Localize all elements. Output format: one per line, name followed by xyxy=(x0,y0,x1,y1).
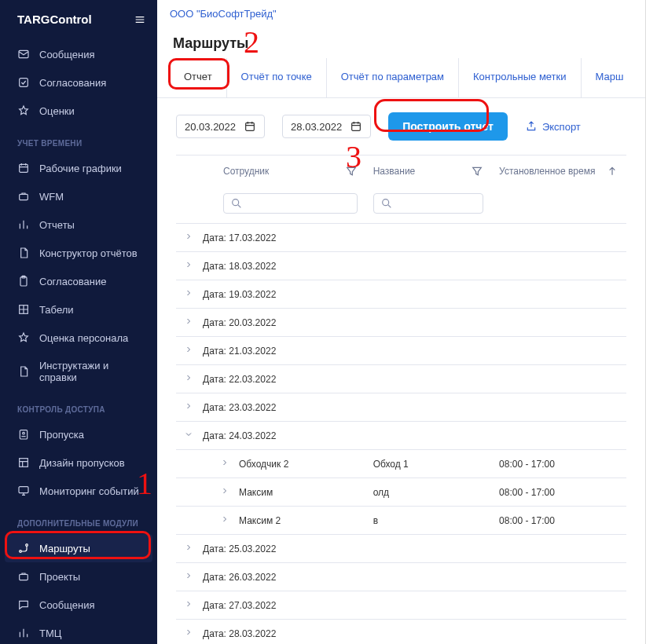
table-group-row[interactable]: Дата: 21.03.2022 xyxy=(176,337,626,365)
chevron-right-icon xyxy=(184,345,193,354)
envelope-icon xyxy=(17,48,30,60)
col-title[interactable]: Название xyxy=(365,156,491,188)
svg-point-16 xyxy=(233,199,239,206)
sidebar-item-label: Проекты xyxy=(39,571,80,583)
table-row[interactable]: Максимолд08:00 - 17:00 xyxy=(176,478,626,507)
tab[interactable]: Марш xyxy=(582,58,638,97)
search-title[interactable] xyxy=(373,193,483,214)
table-group-row[interactable]: Дата: 17.03.2022 xyxy=(176,224,626,252)
chat-icon xyxy=(17,598,30,611)
sidebar-item[interactable]: Конструктор отчётов xyxy=(0,239,157,267)
sidebar-item[interactable]: Маршруты xyxy=(5,534,152,562)
svg-rect-13 xyxy=(20,574,28,580)
sidebar-item[interactable]: WFM xyxy=(0,182,157,210)
cell-title: олд xyxy=(365,478,491,507)
date-to-field[interactable]: 28.03.2022 xyxy=(282,115,371,138)
sidebar-item-label: Оценки xyxy=(39,105,75,117)
sidebar-item-label: Рабочие графики xyxy=(39,163,122,174)
tab[interactable]: Отчёт по точке xyxy=(227,58,326,97)
group-label: Дата: 26.03.2022 xyxy=(203,572,276,583)
table-group-row[interactable]: Дата: 23.03.2022 xyxy=(176,393,626,422)
table-row[interactable]: Обходчик 2Обход 108:00 - 17:00 xyxy=(176,450,626,478)
build-report-button[interactable]: Построить отчет xyxy=(388,112,508,141)
table-group-row[interactable]: Дата: 18.03.2022 xyxy=(176,252,626,280)
sidebar-item[interactable]: Оценки xyxy=(0,97,157,125)
sidebar-item-label: ТМЦ xyxy=(39,628,61,639)
chevron-right-icon xyxy=(184,599,193,609)
sidebar-item[interactable]: Сообщения xyxy=(0,591,157,619)
filter-icon[interactable] xyxy=(471,165,483,177)
search-employee[interactable] xyxy=(223,193,358,214)
svg-rect-10 xyxy=(19,487,28,493)
sidebar-section-title: УЧЕТ ВРЕМЕНИ xyxy=(0,125,157,154)
company-name[interactable]: ООО "БиоСофтТрейд" xyxy=(157,0,645,27)
sort-asc-icon[interactable] xyxy=(606,165,618,177)
sidebar: TARGControl СообщенияСогласованияОценкиУ… xyxy=(0,0,157,644)
sidebar-item[interactable]: Согласования xyxy=(0,68,157,97)
sidebar-item[interactable]: Проекты xyxy=(0,562,157,591)
main: ООО "БиоСофтТрейд" Маршруты ОтчетОтчёт п… xyxy=(157,0,646,644)
sidebar-item[interactable]: Отчеты xyxy=(0,210,157,239)
chevron-right-icon xyxy=(184,373,193,382)
sidebar-item[interactable]: Дизайн пропусков xyxy=(0,448,157,477)
menu-icon[interactable] xyxy=(134,13,146,26)
chevron-right-icon xyxy=(184,401,193,411)
table-group-row[interactable]: Дата: 28.03.2022 xyxy=(176,620,626,645)
sidebar-item-label: Табели xyxy=(39,304,74,316)
doc-icon xyxy=(17,247,30,259)
date-from-value: 20.03.2022 xyxy=(185,121,236,133)
table-group-row[interactable]: Дата: 24.03.2022 xyxy=(176,422,626,450)
group-label: Дата: 17.03.2022 xyxy=(203,232,276,243)
sidebar-item[interactable]: Оценка персонала xyxy=(0,324,157,352)
table-group-row[interactable]: Дата: 25.03.2022 xyxy=(176,535,626,563)
sidebar-item[interactable]: Инструктажи и справки xyxy=(0,352,157,391)
export-button[interactable]: Экспорт xyxy=(525,120,581,133)
table-group-row[interactable]: Дата: 19.03.2022 xyxy=(176,280,626,309)
sidebar-item[interactable]: Согласование xyxy=(0,267,157,295)
export-label: Экспорт xyxy=(542,121,581,133)
table-row[interactable]: Максим 2в08:00 - 17:00 xyxy=(176,507,626,535)
tabs: ОтчетОтчёт по точкеОтчёт по параметрамКо… xyxy=(157,58,645,98)
table-group-row[interactable]: Дата: 26.03.2022 xyxy=(176,563,626,591)
col-time[interactable]: Установленное время xyxy=(491,156,626,188)
tab[interactable]: Отчёт по параметрам xyxy=(327,58,458,97)
tab[interactable]: Контрольные метки xyxy=(459,58,580,97)
date-from-field[interactable]: 20.03.2022 xyxy=(176,115,265,138)
tab[interactable]: Отчет xyxy=(170,58,226,97)
table-group-row[interactable]: Дата: 22.03.2022 xyxy=(176,365,626,393)
page-title: Маршруты xyxy=(157,27,645,53)
sidebar-item[interactable]: Табели xyxy=(0,295,157,324)
group-label: Дата: 21.03.2022 xyxy=(203,346,276,357)
sidebar-item[interactable]: Рабочие графики xyxy=(0,154,157,182)
clipboard-icon xyxy=(17,275,30,287)
table-group-row[interactable]: Дата: 20.03.2022 xyxy=(176,309,626,337)
check-icon xyxy=(17,76,30,89)
chevron-right-icon xyxy=(220,458,229,467)
sidebar-item-label: Согласование xyxy=(39,276,106,287)
sidebar-section-title: КОНТРОЛЬ ДОСТУПА xyxy=(0,391,157,420)
group-label: Дата: 18.03.2022 xyxy=(203,261,276,272)
svg-rect-2 xyxy=(20,164,28,172)
search-title-input[interactable] xyxy=(398,198,476,209)
table-group-row[interactable]: Дата: 27.03.2022 xyxy=(176,591,626,620)
sidebar-item[interactable]: Пропуска xyxy=(0,420,157,448)
svg-point-12 xyxy=(26,544,28,547)
sidebar-item[interactable]: Сообщения xyxy=(0,40,157,68)
briefcase-icon xyxy=(17,570,30,583)
bar-icon xyxy=(17,627,30,639)
col-employee[interactable]: Сотрудник xyxy=(176,156,365,188)
sidebar-item[interactable]: Мониторинг событий xyxy=(0,477,157,505)
chevron-down-icon xyxy=(184,430,193,439)
badge-icon xyxy=(17,428,30,441)
svg-point-8 xyxy=(23,432,25,434)
calendar-icon xyxy=(244,120,256,133)
cell-title: в xyxy=(365,507,491,535)
svg-rect-14 xyxy=(246,123,255,130)
toolbar: 20.03.2022 28.03.2022 Построить отчет Эк… xyxy=(157,98,645,155)
cell-title: Обход 1 xyxy=(365,450,491,478)
filter-icon[interactable] xyxy=(345,165,358,177)
sidebar-item[interactable]: ТМЦ xyxy=(0,619,157,644)
search-employee-input[interactable] xyxy=(248,198,351,209)
chevron-right-icon xyxy=(184,232,193,241)
calendar-icon xyxy=(17,162,30,174)
